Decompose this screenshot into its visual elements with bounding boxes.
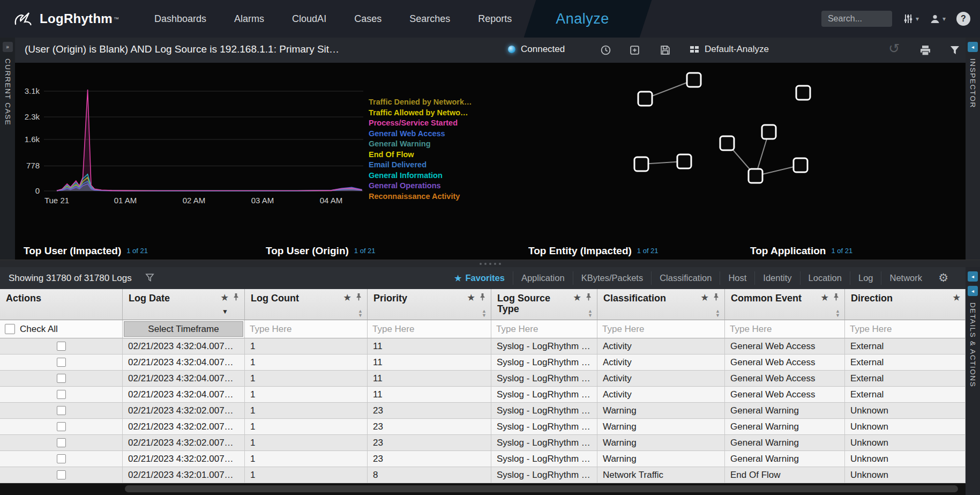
time-range-button[interactable] (600, 45, 611, 58)
grid-tab-location[interactable]: Location (800, 271, 850, 285)
sort-toggle-icon[interactable]: ▲▼ (588, 309, 593, 317)
row-checkbox[interactable] (57, 342, 66, 351)
grid-tab-host[interactable]: Host (720, 271, 754, 285)
pin-column-icon[interactable] (355, 292, 362, 303)
add-widget-button[interactable] (629, 45, 640, 58)
widget-pager[interactable]: 1 of 21 (126, 247, 148, 255)
row-checkbox[interactable] (57, 438, 66, 447)
sort-toggle-icon[interactable]: ▲▼ (715, 309, 720, 317)
sort-desc-icon[interactable]: ▼ (222, 306, 228, 317)
pin-column-icon[interactable] (233, 292, 240, 303)
expand-inspector-icon[interactable]: ◂ (968, 42, 978, 52)
help-button[interactable]: ? (956, 12, 970, 26)
grid-tab-classification[interactable]: Classification (651, 271, 720, 285)
search-input[interactable] (821, 11, 892, 27)
panel-resize-divider[interactable] (0, 260, 980, 268)
grid-tab-application[interactable]: Application (513, 271, 573, 285)
sort-toggle-icon[interactable]: ▲▼ (835, 309, 840, 317)
collapse-grid-icon[interactable]: ◂ (968, 271, 978, 282)
grid-tab-network[interactable]: Network (881, 271, 930, 285)
cell-log-count: 1 (245, 387, 368, 403)
nav-item-cloudai[interactable]: CloudAI (292, 13, 326, 25)
table-row: 02/21/2023 4:32:04.007…111Syslog - LogRh… (0, 371, 966, 387)
row-checkbox[interactable] (57, 422, 66, 431)
cell-direction: Unknown (845, 419, 966, 435)
cell-classification: Warning (597, 403, 725, 419)
column-header-direction[interactable]: Direction★ (845, 289, 966, 320)
pin-column-icon[interactable] (713, 292, 720, 303)
column-header-log-source-type[interactable]: Log Source Type★▲▼ (491, 289, 597, 320)
grid-tab-favorites[interactable]: ★Favorites (446, 271, 513, 285)
pin-column-icon[interactable] (585, 292, 592, 303)
layout-selector[interactable]: Default-Analyze (689, 44, 769, 55)
display-options-button[interactable]: ▾ (903, 13, 919, 24)
column-header-classification[interactable]: Classification★▲▼ (597, 289, 725, 320)
row-checkbox[interactable] (57, 358, 66, 367)
horizontal-scrollbar-thumb[interactable] (125, 485, 958, 492)
row-checkbox[interactable] (57, 390, 66, 399)
cell-direction: Unknown (845, 467, 966, 483)
favorite-column-star-icon[interactable]: ★ (953, 292, 960, 303)
user-menu-button[interactable]: ▾ (930, 13, 946, 24)
undo-button[interactable]: ↺ (888, 41, 900, 56)
current-case-tab-label[interactable]: CURRENT CASE (4, 58, 12, 125)
column-header-common-event[interactable]: Common Event★▲▼ (725, 289, 845, 320)
nav-item-dashboards[interactable]: Dashboards (154, 13, 206, 25)
grid-filter-button[interactable] (145, 272, 155, 285)
cell-priority: 8 (368, 467, 491, 483)
print-button[interactable] (919, 45, 931, 58)
column-filter-input[interactable]: Type Here (597, 320, 725, 338)
favorite-column-star-icon[interactable]: ★ (468, 292, 475, 303)
grid-tab-kbytes-packets[interactable]: KBytes/Packets (573, 271, 652, 285)
column-filter-input[interactable]: Type Here (845, 320, 966, 338)
favorite-column-star-icon[interactable]: ★ (821, 292, 828, 303)
select-timeframe-dropdown[interactable]: Select Timeframe (124, 321, 243, 337)
column-header-log-count[interactable]: Log Count★▲▼ (245, 289, 368, 320)
filter-button[interactable] (949, 45, 960, 57)
column-filter-input[interactable]: Type Here (245, 320, 368, 338)
widget-pager[interactable]: 1 of 21 (831, 247, 852, 255)
nav-item-cases[interactable]: Cases (354, 13, 381, 25)
pin-column-icon[interactable] (833, 292, 840, 303)
nav-item-analyze[interactable]: Analyze (530, 0, 646, 38)
grid-settings-gear-icon[interactable]: ⚙ (938, 271, 948, 284)
horizontal-scrollbar-track[interactable] (0, 483, 966, 495)
grid-tab-identity[interactable]: Identity (754, 271, 799, 285)
favorite-column-star-icon[interactable]: ★ (574, 292, 581, 303)
sort-toggle-icon[interactable]: ▲▼ (482, 309, 487, 317)
column-filter-input[interactable]: Type Here (725, 320, 845, 338)
favorite-column-star-icon[interactable]: ★ (701, 292, 708, 303)
grid-tab-log[interactable]: Log (850, 271, 881, 285)
column-header-priority[interactable]: Priority★▲▼ (368, 289, 491, 320)
cell-log-count: 1 (245, 371, 368, 387)
favorite-column-star-icon[interactable]: ★ (344, 292, 351, 303)
cell-log-source-type: Syslog - LogRhythm … (491, 435, 597, 451)
logrhythm-logo[interactable]: LogRhythm ™ (13, 11, 119, 27)
row-checkbox[interactable] (57, 454, 66, 463)
expand-current-case-icon[interactable]: » (3, 42, 13, 52)
view-title: (User (Origin) is Blank) AND Log Source … (25, 43, 339, 55)
favorite-column-star-icon[interactable]: ★ (221, 292, 228, 303)
column-label: Direction (851, 293, 893, 304)
row-checkbox[interactable] (57, 374, 66, 383)
column-header-actions[interactable]: Actions (0, 289, 123, 320)
check-all-checkbox[interactable] (5, 324, 15, 334)
nav-item-alarms[interactable]: Alarms (234, 13, 264, 25)
inspector-tab-label[interactable]: INSPECTOR (969, 58, 977, 108)
row-checkbox[interactable] (57, 470, 66, 479)
column-label: Classification (603, 293, 666, 304)
expand-details-icon[interactable]: ◂ (968, 286, 978, 296)
sort-toggle-icon[interactable]: ▲▼ (358, 309, 363, 317)
save-layout-button[interactable] (660, 45, 671, 58)
cell-common-event: General Web Access (725, 371, 845, 387)
column-filter-input[interactable]: Type Here (491, 320, 597, 338)
pin-column-icon[interactable] (479, 292, 486, 303)
column-filter-input[interactable]: Type Here (368, 320, 491, 338)
details-actions-tab-label[interactable]: DETAILS & ACTIONS (969, 302, 977, 387)
widget-pager[interactable]: 1 of 21 (354, 247, 376, 255)
nav-item-reports[interactable]: Reports (478, 13, 512, 25)
column-header-log-date[interactable]: Log Date★▼ (123, 289, 245, 320)
row-checkbox[interactable] (57, 406, 66, 415)
nav-item-searches[interactable]: Searches (409, 13, 450, 25)
widget-pager[interactable]: 1 of 21 (637, 247, 659, 255)
